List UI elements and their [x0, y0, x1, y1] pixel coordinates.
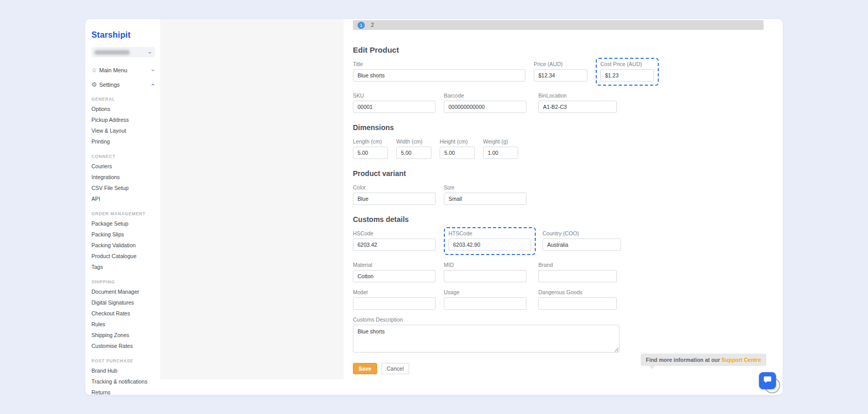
gear-icon: ⚙ — [91, 82, 99, 88]
hscode-input[interactable] — [353, 238, 436, 251]
dangerous-goods-label: Dangerous Goods — [538, 289, 617, 295]
sidebar-item-brand-hub[interactable]: Brand Hub — [91, 365, 155, 376]
sidebar-item-returns[interactable]: Returns — [91, 387, 155, 395]
sidebar-item-tracking-notifications[interactable]: Tracking & notifications — [91, 376, 155, 387]
sidebar-item-main-menu[interactable]: ☆ Main Menu — [91, 66, 155, 75]
barcode-input[interactable] — [444, 101, 526, 113]
product-list-panel — [160, 19, 344, 379]
sidebar-item-packing-slips[interactable]: Packing Slips — [91, 229, 155, 240]
sidebar-item-settings[interactable]: ⚙ Settings — [91, 80, 155, 89]
chevron-up-icon — [151, 82, 155, 88]
htscode-input[interactable] — [448, 238, 531, 251]
cost-price-highlight: Cost Price (AUD) — [596, 58, 659, 86]
color-input[interactable] — [353, 193, 436, 205]
support-centre-link[interactable]: Support Centre — [722, 357, 761, 363]
size-input[interactable] — [444, 193, 526, 205]
bin-location-label: BinLocation — [538, 92, 617, 99]
sidebar-item-tags[interactable]: Tags — [91, 261, 155, 272]
field-material: Material — [353, 262, 436, 282]
field-sku: SKU — [353, 92, 436, 113]
brand-label: Brand — [538, 262, 617, 268]
field-htscode: HTSCode — [448, 230, 531, 251]
step-2[interactable]: 2 — [371, 22, 374, 28]
cancel-button[interactable]: Cancel — [381, 363, 410, 374]
sidebar-item-rules[interactable]: Rules — [91, 319, 155, 329]
customs-description-textarea[interactable]: Blue shorts — [353, 325, 619, 353]
field-brand: Brand — [538, 262, 617, 282]
dimensions-heading: Dimensions — [353, 123, 764, 132]
sidebar-item-customise-rates[interactable]: Customise Rates — [91, 340, 155, 351]
sidebar-item-packing-validation[interactable]: Packing Validation — [91, 240, 155, 250]
material-input[interactable] — [353, 270, 436, 282]
dangerous-goods-input[interactable] — [538, 297, 617, 310]
cost-price-input[interactable] — [600, 69, 654, 82]
hscode-label: HSCode — [353, 230, 436, 236]
sku-label: SKU — [353, 92, 436, 99]
field-mid: MID — [444, 262, 526, 282]
field-title: Title — [353, 61, 525, 82]
price-input[interactable] — [534, 69, 587, 82]
sidebar-item-integrations[interactable]: Integrations — [91, 171, 155, 182]
sidebar-item-couriers[interactable]: Couriers — [91, 161, 155, 171]
main-content: 1 2 Edit Product Title Price (AUD) Cost … — [160, 19, 783, 395]
sku-input[interactable] — [353, 101, 436, 113]
stepper-bar: 1 2 — [353, 20, 764, 30]
country-input[interactable] — [542, 238, 621, 251]
htscode-highlight: HTSCode — [444, 227, 536, 255]
field-color: Color — [353, 184, 436, 205]
star-icon: ☆ — [91, 67, 99, 73]
sidebar-item-package-setup[interactable]: Package Setup — [91, 218, 155, 229]
field-cost-price: Cost Price (AUD) — [600, 61, 654, 82]
chevron-down-icon — [148, 47, 152, 57]
sidebar-item-shipping-zones[interactable]: Shipping Zones — [91, 329, 155, 340]
title-label: Title — [353, 61, 525, 67]
sidebar-item-digital-signatures[interactable]: Digital Signatures — [91, 297, 155, 308]
app-window: Starshipit ☆ Main Menu ⚙ Settings GENERA… — [85, 19, 783, 395]
field-country: Country (COO) — [542, 230, 621, 251]
usage-label: Usage — [444, 289, 526, 295]
usage-input[interactable] — [444, 297, 526, 310]
mid-input[interactable] — [444, 270, 526, 282]
model-label: Model — [353, 289, 436, 295]
settings-label: Settings — [99, 82, 120, 88]
sidebar-item-api[interactable]: API — [91, 193, 155, 204]
customs-description-label: Customs Description — [353, 316, 619, 323]
save-button[interactable]: Save — [353, 363, 377, 374]
model-input[interactable] — [353, 297, 436, 310]
chat-icon — [763, 375, 772, 386]
field-usage: Usage — [444, 289, 526, 310]
width-input[interactable] — [396, 147, 431, 159]
weight-input[interactable] — [483, 147, 518, 159]
sidebar-item-csv-file-setup[interactable]: CSV File Setup — [91, 182, 155, 193]
field-customs-description: Customs Description Blue shorts — [353, 316, 619, 355]
field-barcode: Barcode — [444, 92, 526, 113]
height-label: Height (cm) — [440, 138, 475, 145]
price-label: Price (AUD) — [534, 61, 587, 67]
field-hscode: HSCode — [353, 230, 436, 251]
size-label: Size — [444, 184, 526, 190]
field-model: Model — [353, 289, 436, 310]
step-1[interactable]: 1 — [358, 22, 365, 29]
length-input[interactable] — [353, 147, 388, 159]
width-label: Width (cm) — [396, 138, 431, 145]
field-weight: Weight (g) — [483, 138, 518, 159]
support-tooltip: Find more information at ourSupport Cent… — [641, 354, 766, 366]
sidebar-section-title: CONNECT — [91, 154, 155, 159]
sidebar-item-printing[interactable]: Printing — [91, 136, 155, 147]
height-input[interactable] — [440, 147, 475, 159]
chat-launcher-button[interactable] — [759, 372, 776, 389]
title-input[interactable] — [353, 69, 525, 82]
sidebar-item-checkout-rates[interactable]: Checkout Rates — [91, 308, 155, 319]
account-selector[interactable] — [91, 47, 155, 57]
sidebar-item-document-manager[interactable]: Document Manager — [91, 286, 155, 297]
sidebar-item-product-catalogue[interactable]: Product Catalogue — [91, 250, 155, 261]
cost-price-label: Cost Price (AUD) — [600, 61, 654, 67]
brand-input[interactable] — [538, 270, 617, 282]
sidebar-item-view-layout[interactable]: View & Layout — [91, 125, 155, 136]
page-title: Edit Product — [353, 45, 764, 54]
sidebar-section-title: GENERAL — [91, 97, 155, 102]
bin-location-input[interactable] — [538, 101, 617, 113]
sidebar-item-pickup-address[interactable]: Pickup Address — [91, 114, 155, 125]
chevron-down-icon — [151, 67, 155, 73]
sidebar-item-options[interactable]: Options — [91, 103, 155, 114]
